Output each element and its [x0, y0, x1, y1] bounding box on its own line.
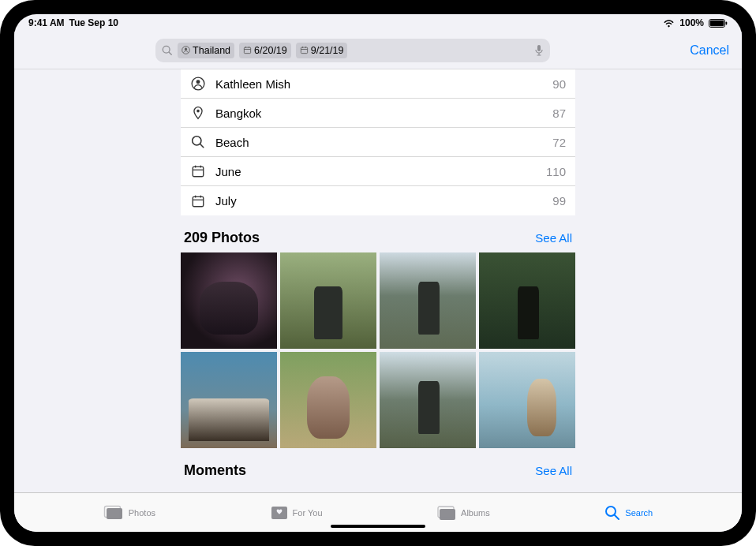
cancel-button[interactable]: Cancel [679, 43, 729, 58]
photo-thumb[interactable] [479, 252, 575, 349]
photo-grid [181, 252, 575, 448]
svg-rect-15 [537, 45, 541, 51]
photos-icon [103, 505, 124, 521]
suggestion-label: Kathleen Mish [215, 77, 290, 91]
see-all-button[interactable]: See All [535, 464, 572, 477]
calendar-icon [243, 46, 252, 54]
photo-thumb[interactable] [280, 352, 376, 448]
suggestion-label: July [215, 194, 237, 208]
search-suggestions-list: Kathleen Mish 90 Bangkok 87 [181, 69, 575, 215]
photos-section: 209 Photos See All [181, 230, 575, 448]
svg-line-22 [200, 144, 204, 148]
svg-line-4 [169, 52, 171, 54]
calendar-icon [190, 193, 206, 209]
wifi-icon [663, 19, 675, 28]
svg-point-19 [196, 80, 200, 84]
suggestion-count: 99 [552, 194, 566, 208]
tab-label: Search [625, 508, 653, 518]
svg-point-20 [196, 110, 200, 113]
svg-rect-23 [193, 166, 204, 176]
section-title: Moments [184, 462, 246, 479]
token-label: Thailand [193, 45, 230, 56]
suggestion-count: 87 [552, 107, 566, 120]
photo-thumb[interactable] [380, 352, 476, 448]
svg-rect-11 [301, 47, 307, 54]
suggestion-count: 72 [552, 136, 566, 149]
tab-label: Photos [129, 508, 155, 518]
section-title: 209 Photos [184, 230, 260, 246]
tab-label: Albums [461, 508, 490, 518]
tab-for-you[interactable]: For You [271, 505, 323, 521]
suggestion-item-category[interactable]: Beach 72 [181, 128, 575, 157]
photo-thumb[interactable] [280, 252, 376, 349]
search-wrap: Thailand 6/20/19 9/21/19 [27, 39, 679, 62]
suggestion-label: Bangkok [215, 107, 261, 120]
search-token-date-2[interactable]: 9/21/19 [296, 43, 348, 58]
albums-icon [437, 505, 456, 521]
status-time: 9:41 AM [28, 17, 65, 28]
search-input[interactable]: Thailand 6/20/19 9/21/19 [155, 39, 550, 62]
search-token-thailand[interactable]: Thailand [178, 43, 234, 58]
top-bar: Thailand 6/20/19 9/21/19 Ca [14, 32, 742, 69]
suggestion-count: 90 [552, 77, 566, 91]
see-all-button[interactable]: See All [535, 231, 572, 245]
suggestion-label: Beach [215, 136, 249, 149]
dictation-icon[interactable] [534, 44, 544, 57]
pin-icon [190, 105, 206, 121]
moments-section: Moments See All [181, 462, 575, 479]
calendar-icon [190, 163, 206, 179]
svg-rect-7 [244, 47, 250, 54]
suggestion-item-month[interactable]: July 99 [181, 186, 575, 215]
suggestion-item-person[interactable]: Kathleen Mish 90 [181, 69, 575, 99]
svg-point-21 [193, 136, 201, 145]
person-icon [190, 76, 206, 92]
calendar-icon [300, 46, 309, 54]
person-icon [182, 46, 190, 54]
svg-rect-27 [193, 196, 204, 206]
search-token-date-1[interactable]: 6/20/19 [239, 43, 291, 58]
suggestion-item-month[interactable]: June 110 [181, 157, 575, 186]
tab-photos[interactable]: Photos [103, 505, 155, 521]
token-label: 9/21/19 [311, 45, 344, 56]
photo-thumb[interactable] [181, 352, 277, 448]
svg-line-37 [615, 515, 619, 519]
token-label: 6/20/19 [254, 45, 287, 56]
screen: 9:41 AM Tue Sep 10 100% [14, 14, 742, 532]
photo-thumb[interactable] [181, 252, 277, 349]
svg-rect-34 [440, 509, 455, 520]
svg-rect-1 [710, 20, 724, 25]
status-right: 100% [663, 17, 728, 28]
battery-icon [709, 19, 728, 28]
for-you-icon [271, 505, 288, 521]
svg-rect-2 [726, 21, 728, 24]
status-bar: 9:41 AM Tue Sep 10 100% [14, 14, 742, 32]
search-icon [162, 45, 173, 56]
ipad-device: 9:41 AM Tue Sep 10 100% [0, 0, 756, 546]
battery-percent: 100% [679, 17, 704, 28]
status-date: Tue Sep 10 [69, 17, 118, 28]
tab-search[interactable]: Search [604, 505, 653, 521]
section-header: Moments See All [181, 462, 575, 479]
suggestion-label: June [215, 165, 241, 178]
content-scroll[interactable]: Kathleen Mish 90 Bangkok 87 [14, 69, 742, 492]
svg-point-6 [185, 48, 187, 50]
home-indicator[interactable] [331, 525, 425, 528]
section-header: 209 Photos See All [181, 230, 575, 246]
photo-thumb[interactable] [380, 252, 476, 349]
suggestion-count: 110 [546, 165, 566, 178]
search-icon [190, 134, 206, 150]
suggestion-item-location[interactable]: Bangkok 87 [181, 99, 575, 128]
search-icon [604, 505, 620, 521]
tab-label: For You [293, 508, 323, 518]
status-left: 9:41 AM Tue Sep 10 [28, 17, 118, 28]
photo-thumb[interactable] [479, 352, 575, 448]
tab-albums[interactable]: Albums [437, 505, 490, 521]
svg-point-36 [606, 507, 616, 516]
